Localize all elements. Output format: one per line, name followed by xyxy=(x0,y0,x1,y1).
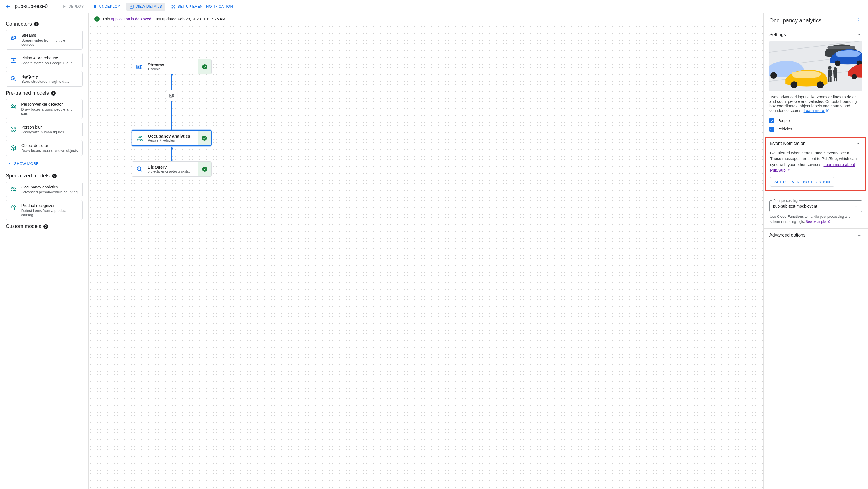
details-panel: Occupancy analytics Settings xyxy=(763,13,868,489)
graph-canvas[interactable]: Streams 1 source Oc xyxy=(89,25,763,489)
svg-rect-33 xyxy=(827,46,855,49)
help-icon[interactable]: ? xyxy=(51,91,56,95)
show-more-button[interactable]: SHOW MORE xyxy=(6,159,83,170)
tile-subtitle: Assets stored on Google Cloud xyxy=(21,61,72,65)
help-icon[interactable]: ? xyxy=(52,174,57,178)
svg-rect-44 xyxy=(828,77,829,82)
sidebar-tile-product-recognizer[interactable]: Product recognizer Detect items from a p… xyxy=(6,200,83,220)
chevron-up-icon xyxy=(855,141,862,147)
sidebar-tile-person-vehicle[interactable]: Person/vehicle detector Draw boxes aroun… xyxy=(6,99,83,119)
face-icon xyxy=(9,125,17,133)
svg-point-2 xyxy=(172,5,173,6)
node-occupancy-analytics[interactable]: Occupancy analytics People + vehicles xyxy=(132,130,212,146)
svg-point-23 xyxy=(138,136,140,138)
checkbox-vehicles-row[interactable]: Vehicles xyxy=(764,125,868,135)
checkbox-checked-icon[interactable] xyxy=(769,126,774,132)
svg-point-46 xyxy=(834,67,837,70)
settings-body: Uses advanced inputs like zones or lines… xyxy=(764,41,868,116)
sidebar-tile-bigquery[interactable]: BigQuery Store structured insights data xyxy=(6,71,83,87)
tile-title: Product recognizer xyxy=(21,203,79,208)
svg-point-39 xyxy=(817,81,824,88)
svg-point-24 xyxy=(141,136,142,138)
specialized-heading: Specialized models ? xyxy=(6,173,83,179)
tile-title: Object detector xyxy=(21,143,78,148)
sidebar-tile-occupancy[interactable]: Occupancy analytics Advanced person/vehi… xyxy=(6,182,83,197)
undeploy-button-label: UNDEPLOY xyxy=(99,4,120,8)
undeploy-button[interactable]: UNDEPLOY xyxy=(90,3,124,10)
node-status-ok xyxy=(198,59,211,74)
advanced-section-header[interactable]: Advanced options xyxy=(764,228,868,242)
deploy-button[interactable]: DEPLOY xyxy=(59,3,87,10)
tile-title: Person blur xyxy=(21,125,64,129)
svg-rect-43 xyxy=(828,69,832,77)
external-link-icon xyxy=(787,169,790,172)
view-details-button[interactable]: VIEW DETAILS xyxy=(126,3,166,10)
see-example-link[interactable]: See example xyxy=(806,220,831,224)
svg-point-36 xyxy=(771,72,777,79)
node-intermediate[interactable] xyxy=(166,90,178,101)
svg-rect-45 xyxy=(830,77,832,82)
svg-point-27 xyxy=(858,20,859,21)
post-processing-label: Post-processing xyxy=(772,199,799,203)
checkbox-people-row[interactable]: People xyxy=(764,116,868,125)
more-menu-icon[interactable] xyxy=(856,17,862,24)
settings-heading-label: Settings xyxy=(769,32,786,37)
tile-title: Occupancy analytics xyxy=(21,185,78,189)
tile-subtitle: Stream video from multiple sources xyxy=(21,38,79,47)
components-sidebar: Connectors ? Streams Stream video from m… xyxy=(0,13,89,489)
svg-point-38 xyxy=(790,81,798,88)
chevron-up-icon xyxy=(856,232,862,238)
node-title: Streams xyxy=(148,62,164,67)
node-status-ok xyxy=(198,131,211,145)
sidebar-tile-streams[interactable]: Streams Stream video from multiple sourc… xyxy=(6,30,83,50)
settings-section-header[interactable]: Settings xyxy=(764,28,868,41)
svg-point-20 xyxy=(138,66,139,67)
node-subtitle: 1 source xyxy=(148,67,164,71)
specialized-heading-label: Specialized models xyxy=(6,173,50,179)
chart-icon xyxy=(129,4,134,9)
sidebar-tile-object-detector[interactable]: Object detector Draw boxes around known … xyxy=(6,140,83,156)
sidebar-tile-warehouse[interactable]: Vision AI Warehouse Assets stored on Goo… xyxy=(6,53,83,68)
setup-event-notification-button[interactable]: SET UP EVENT NOTIFICATION xyxy=(770,177,834,186)
sidebar-tile-person-blur[interactable]: Person blur Anonymize human figures xyxy=(6,122,83,137)
svg-point-10 xyxy=(12,104,13,106)
external-link-icon xyxy=(827,220,831,223)
tile-title: Person/vehicle detector xyxy=(21,102,79,106)
help-icon[interactable]: ? xyxy=(34,22,39,26)
node-subtitle: People + vehicles xyxy=(148,139,190,143)
svg-point-5 xyxy=(175,7,176,8)
svg-point-12 xyxy=(11,127,16,132)
tile-subtitle: Detect items from a product catalog xyxy=(21,208,79,217)
tile-subtitle: Draw boxes around known objects xyxy=(21,148,78,153)
svg-point-34 xyxy=(835,61,840,66)
node-streams[interactable]: Streams 1 source xyxy=(132,59,212,74)
node-bigquery[interactable]: BigQuery projects/visionai-testing-stabl… xyxy=(132,161,212,177)
post-processing-caption: Use Cloud Functions to handle post-proce… xyxy=(764,213,868,226)
tile-title: Vision AI Warehouse xyxy=(21,56,72,60)
svg-point-40 xyxy=(851,74,857,79)
help-icon[interactable]: ? xyxy=(43,224,48,229)
checkbox-checked-icon[interactable] xyxy=(769,118,774,123)
svg-point-14 xyxy=(14,128,14,129)
application-deployed-link[interactable]: application is deployed xyxy=(111,17,151,21)
svg-point-42 xyxy=(828,66,831,69)
setup-event-button-top[interactable]: SET UP EVENT NOTIFICATION xyxy=(168,3,236,10)
back-arrow-icon[interactable] xyxy=(3,2,12,11)
camera-id-icon xyxy=(9,34,17,41)
bigquery-icon xyxy=(135,165,144,173)
tile-subtitle: Anonymize human figures xyxy=(21,130,64,134)
svg-point-22 xyxy=(170,95,171,96)
illustration-parking-lot xyxy=(769,41,862,91)
stop-icon xyxy=(93,4,97,9)
tile-title: Streams xyxy=(21,33,79,37)
svg-point-3 xyxy=(175,5,176,6)
node-title: Occupancy analytics xyxy=(148,133,190,139)
svg-rect-48 xyxy=(836,77,837,81)
learn-more-link[interactable]: Learn more xyxy=(804,108,829,113)
view-details-button-label: VIEW DETAILS xyxy=(135,4,162,8)
people-icon xyxy=(9,185,17,193)
svg-point-7 xyxy=(12,37,13,38)
event-section-header[interactable]: Event Notification xyxy=(766,138,865,150)
hub-icon xyxy=(171,4,176,9)
dropdown-arrow-icon xyxy=(854,204,859,209)
